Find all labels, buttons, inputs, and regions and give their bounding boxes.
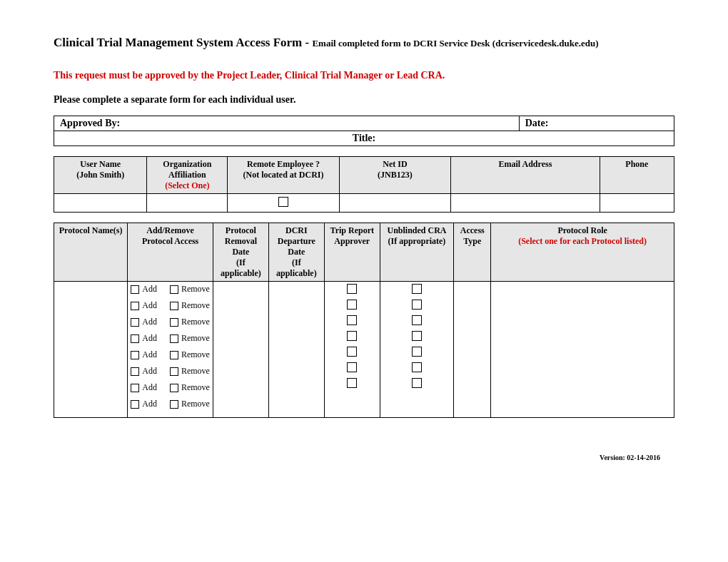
remove-label: Remove xyxy=(181,382,210,393)
add-checkbox[interactable] xyxy=(131,384,139,392)
option-checkbox[interactable] xyxy=(347,347,357,357)
org-header: Organization Affiliation(Select One) xyxy=(147,157,228,194)
remove-label: Remove xyxy=(181,317,210,327)
email-header: Email Address xyxy=(451,157,600,194)
trip-report-column xyxy=(324,282,380,418)
checkbox-row xyxy=(328,347,377,357)
option-checkbox[interactable] xyxy=(412,347,422,357)
add-checkbox[interactable] xyxy=(131,400,139,409)
option-checkbox[interactable] xyxy=(412,284,422,294)
title-cell[interactable]: Title: xyxy=(54,131,674,146)
checkbox-row xyxy=(328,284,377,294)
phone-header: Phone xyxy=(600,157,674,194)
option-checkbox[interactable] xyxy=(412,300,422,310)
protocol-role-input[interactable] xyxy=(491,282,674,418)
option-checkbox[interactable] xyxy=(412,315,422,325)
trip-report-header: Trip Report Approver xyxy=(324,223,380,282)
title-sub: Email completed form to DCRI Service Des… xyxy=(312,38,598,48)
add-label: Add xyxy=(142,317,157,327)
removal-date-header: Protocol Removal Date(If applicable) xyxy=(213,223,268,282)
remove-checkbox[interactable] xyxy=(170,384,178,392)
option-checkbox[interactable] xyxy=(347,331,357,341)
remote-checkbox[interactable] xyxy=(278,197,288,207)
add-remove-row: AddRemove xyxy=(131,366,210,377)
checkbox-row xyxy=(383,315,451,325)
email-input[interactable] xyxy=(451,194,600,213)
add-checkbox[interactable] xyxy=(131,351,139,359)
remove-label: Remove xyxy=(181,284,210,295)
approved-by-cell[interactable]: Approved By: xyxy=(54,116,520,131)
add-checkbox[interactable] xyxy=(131,285,139,294)
departure-date-input[interactable] xyxy=(268,282,324,418)
add-remove-row: AddRemove xyxy=(131,300,210,311)
approval-table: Approved By: Date: Title: xyxy=(54,116,674,146)
add-checkbox[interactable] xyxy=(131,318,139,327)
title-label: Title: xyxy=(353,133,375,143)
remove-checkbox[interactable] xyxy=(170,351,178,359)
user-name-input[interactable] xyxy=(54,194,147,213)
remove-label: Remove xyxy=(181,349,210,360)
checkbox-row xyxy=(383,331,451,341)
add-remove-row: AddRemove xyxy=(131,333,210,344)
remote-header: Remote Employee ?(Not located at DCRI) xyxy=(228,157,339,194)
add-remove-row: AddRemove xyxy=(131,399,210,409)
option-checkbox[interactable] xyxy=(347,362,357,372)
user-name-header: User Name(John Smith) xyxy=(54,157,147,194)
removal-date-input[interactable] xyxy=(213,282,268,418)
title-main: Clinical Trial Management System Access … xyxy=(54,36,312,49)
access-type-input[interactable] xyxy=(454,282,491,418)
protocol-table: Protocol Name(s) Add/Remove Protocol Acc… xyxy=(54,223,674,418)
phone-input[interactable] xyxy=(600,194,674,213)
protocol-role-header: Protocol Role(Select one for each Protoc… xyxy=(491,223,674,282)
remove-checkbox[interactable] xyxy=(170,285,178,294)
protocol-names-input[interactable] xyxy=(54,282,128,418)
option-checkbox[interactable] xyxy=(412,331,422,341)
remove-checkbox[interactable] xyxy=(170,334,178,343)
option-checkbox[interactable] xyxy=(347,284,357,294)
checkbox-row xyxy=(383,284,451,294)
remove-checkbox[interactable] xyxy=(170,367,178,376)
date-label: Date: xyxy=(525,118,549,128)
option-checkbox[interactable] xyxy=(412,362,422,372)
option-checkbox[interactable] xyxy=(412,378,422,388)
remove-checkbox[interactable] xyxy=(170,302,178,310)
departure-date-header: DCRI Departure Date(If applicable) xyxy=(268,223,324,282)
add-checkbox[interactable] xyxy=(131,302,139,310)
remove-checkbox[interactable] xyxy=(170,318,178,327)
option-checkbox[interactable] xyxy=(347,315,357,325)
add-checkbox[interactable] xyxy=(131,367,139,376)
checkbox-row xyxy=(328,300,377,310)
page-title: Clinical Trial Management System Access … xyxy=(54,36,674,50)
user-table: User Name(John Smith) Organization Affil… xyxy=(54,156,674,213)
remove-label: Remove xyxy=(181,333,210,344)
add-remove-row: AddRemove xyxy=(131,284,210,295)
option-checkbox[interactable] xyxy=(347,378,357,388)
remote-checkbox-cell[interactable] xyxy=(228,194,339,213)
approved-by-label: Approved By: xyxy=(60,118,120,128)
remove-label: Remove xyxy=(181,366,210,377)
remove-checkbox[interactable] xyxy=(170,400,178,409)
netid-header: Net ID(JNB123) xyxy=(339,157,450,194)
checkbox-row xyxy=(328,362,377,372)
checkbox-row xyxy=(328,331,377,341)
add-remove-header: Add/Remove Protocol Access xyxy=(128,223,213,282)
protocol-names-header: Protocol Name(s) xyxy=(54,223,128,282)
add-label: Add xyxy=(142,399,157,409)
add-remove-row: AddRemove xyxy=(131,317,210,327)
date-cell[interactable]: Date: xyxy=(519,116,674,131)
add-checkbox[interactable] xyxy=(131,334,139,343)
netid-input[interactable] xyxy=(339,194,450,213)
org-input[interactable] xyxy=(147,194,228,213)
unblinded-header: Unblinded CRA(If appropriate) xyxy=(380,223,454,282)
add-remove-row: AddRemove xyxy=(131,382,210,393)
checkbox-row xyxy=(383,362,451,372)
add-remove-column: AddRemoveAddRemoveAddRemoveAddRemoveAddR… xyxy=(128,282,213,418)
add-label: Add xyxy=(142,300,157,311)
checkbox-row xyxy=(383,378,451,388)
option-checkbox[interactable] xyxy=(347,300,357,310)
add-label: Add xyxy=(142,284,157,295)
add-remove-row: AddRemove xyxy=(131,349,210,360)
checkbox-row xyxy=(383,300,451,310)
checkbox-row xyxy=(328,378,377,388)
add-label: Add xyxy=(142,349,157,360)
